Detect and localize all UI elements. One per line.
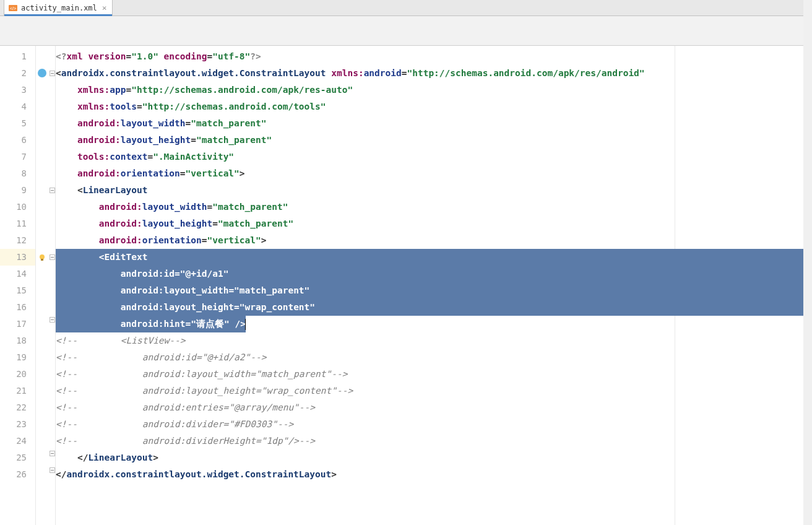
- line-number[interactable]: 5: [0, 115, 35, 132]
- line-number[interactable]: 18: [0, 332, 35, 349]
- fold-cell: [48, 349, 55, 366]
- line-number[interactable]: 10: [0, 199, 35, 215]
- code-line[interactable]: android:layout_height="match_parent": [56, 215, 812, 232]
- code-area[interactable]: <?xml version="1.0" encoding="utf-8"?><a…: [56, 46, 812, 525]
- marker-cell: [36, 249, 48, 266]
- code-line[interactable]: <!-- android:layout_width="match_parent"…: [56, 366, 812, 383]
- file-tab[interactable]: </> activity_main.xml ×: [4, 0, 113, 15]
- code-line[interactable]: xmlns:tools="http://schemas.android.com/…: [56, 98, 812, 115]
- line-number[interactable]: 6: [0, 132, 35, 149]
- code-line[interactable]: <LinearLayout: [56, 182, 812, 199]
- line-number[interactable]: 16: [0, 299, 35, 316]
- intention-bulb-icon[interactable]: [36, 249, 48, 266]
- line-number[interactable]: 13: [0, 249, 35, 266]
- fold-toggle-icon[interactable]: [50, 188, 55, 193]
- line-number[interactable]: 25: [0, 449, 35, 466]
- editor[interactable]: 1234567891011121314151617181920212223242…: [0, 46, 812, 525]
- code-line[interactable]: android:orientation="vertical">: [56, 232, 812, 249]
- code-line[interactable]: android:orientation="vertical">: [56, 165, 812, 182]
- marker-cell: [36, 266, 48, 282]
- fold-cell: [48, 48, 55, 65]
- line-number[interactable]: 26: [0, 466, 35, 483]
- fold-cell: [48, 199, 55, 215]
- fold-cell: [48, 332, 55, 349]
- code-line[interactable]: <androidx.constraintlayout.widget.Constr…: [56, 65, 812, 82]
- fold-cell: [48, 249, 55, 266]
- marker-gutter: [36, 46, 48, 525]
- marker-cell: [36, 383, 48, 399]
- text-caret: [245, 319, 246, 330]
- fold-gutter[interactable]: [48, 46, 56, 525]
- svg-text:</>: </>: [10, 6, 16, 11]
- line-number[interactable]: 19: [0, 349, 35, 366]
- fold-cell: [48, 82, 55, 98]
- code-line[interactable]: <!-- android:layout_height="wrap_content…: [56, 383, 812, 399]
- code-line[interactable]: <EditText: [56, 249, 812, 266]
- line-number[interactable]: 1: [0, 48, 35, 65]
- fold-toggle-icon[interactable]: [50, 254, 55, 260]
- marker-cell: [36, 332, 48, 349]
- marker-cell: [36, 433, 48, 449]
- code-line[interactable]: <!-- android:dividerHeight="1dp"/>-->: [56, 433, 812, 449]
- code-line[interactable]: xmlns:app="http://schemas.android.com/ap…: [56, 82, 812, 98]
- fold-toggle-icon[interactable]: [50, 71, 55, 76]
- line-number[interactable]: 20: [0, 366, 35, 383]
- code-line[interactable]: android:layout_width="match_parent": [56, 199, 812, 215]
- fold-cell: [48, 299, 55, 316]
- marker-cell: [36, 282, 48, 299]
- line-number[interactable]: 24: [0, 433, 35, 449]
- code-line[interactable]: tools:context=".MainActivity": [56, 149, 812, 165]
- code-line[interactable]: android:hint="请点餐" />: [56, 316, 812, 332]
- line-number[interactable]: 3: [0, 82, 35, 98]
- line-number[interactable]: 14: [0, 266, 35, 282]
- line-number[interactable]: 2: [0, 65, 35, 82]
- fold-toggle-icon[interactable]: [50, 317, 55, 323]
- fold-cell: [48, 399, 55, 416]
- code-line[interactable]: android:layout_width="match_parent": [56, 115, 812, 132]
- fold-cell: [48, 165, 55, 182]
- marker-cell: [36, 466, 48, 483]
- marker-cell: [36, 115, 48, 132]
- fold-cell: [48, 98, 55, 115]
- line-number[interactable]: 7: [0, 149, 35, 165]
- line-number[interactable]: 8: [0, 165, 35, 182]
- line-number[interactable]: 21: [0, 383, 35, 399]
- code-line[interactable]: </LinearLayout>: [56, 449, 812, 466]
- line-number[interactable]: 22: [0, 399, 35, 416]
- marker-cell: [36, 399, 48, 416]
- line-number[interactable]: 4: [0, 98, 35, 115]
- marker-cell: [36, 449, 48, 466]
- fold-cell: [48, 383, 55, 399]
- line-number-gutter[interactable]: 1234567891011121314151617181920212223242…: [0, 46, 36, 525]
- line-number[interactable]: 17: [0, 316, 35, 332]
- code-line[interactable]: <!-- <ListView-->: [56, 332, 812, 349]
- code-line[interactable]: android:id="@+id/a1": [56, 266, 812, 282]
- line-number[interactable]: 15: [0, 282, 35, 299]
- fold-cell: [48, 433, 55, 449]
- breadcrumb-area: [0, 16, 812, 46]
- close-tab-icon[interactable]: ×: [102, 3, 107, 12]
- code-line[interactable]: <!-- android:entries="@array/menu"-->: [56, 399, 812, 416]
- fold-toggle-icon[interactable]: [50, 467, 55, 473]
- code-line[interactable]: <!-- android:id="@+id/a2"-->: [56, 349, 812, 366]
- marker-cell: [36, 215, 48, 232]
- fold-cell: [48, 132, 55, 149]
- line-number[interactable]: 12: [0, 232, 35, 249]
- code-line[interactable]: android:layout_height="match_parent": [56, 132, 812, 149]
- code-line[interactable]: android:layout_height="wrap_content": [56, 299, 812, 316]
- code-line[interactable]: android:layout_width="match_parent": [56, 282, 812, 299]
- class-marker-icon[interactable]: [38, 69, 46, 77]
- code-line[interactable]: <!-- android:divider="#FD0303"-->: [56, 416, 812, 433]
- fold-toggle-icon[interactable]: [50, 451, 55, 456]
- tab-bar: </> activity_main.xml ×: [0, 0, 812, 16]
- line-number[interactable]: 23: [0, 416, 35, 433]
- line-number[interactable]: 11: [0, 215, 35, 232]
- fold-cell: [48, 366, 55, 383]
- code-line[interactable]: <?xml version="1.0" encoding="utf-8"?>: [56, 48, 812, 65]
- marker-cell: [36, 349, 48, 366]
- marker-cell: [36, 232, 48, 249]
- fold-cell: [48, 266, 55, 282]
- code-line[interactable]: </androidx.constraintlayout.widget.Const…: [56, 466, 812, 483]
- tab-label: activity_main.xml: [21, 4, 97, 12]
- line-number[interactable]: 9: [0, 182, 35, 199]
